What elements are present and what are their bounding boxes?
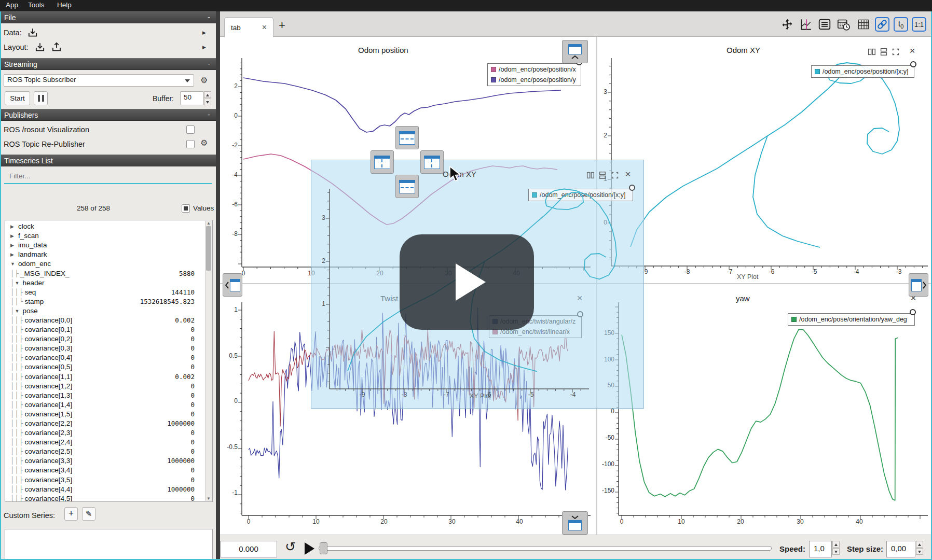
split-vertical-icon[interactable]	[879, 47, 889, 57]
tree-expand-icon[interactable]: ▶	[10, 222, 17, 231]
data-expand-arrow-icon[interactable]: ▶	[202, 30, 206, 35]
dock-edge-top[interactable]	[562, 40, 588, 63]
buffer-spinbox[interactable]: 50	[180, 91, 204, 105]
scrollbar-thumb[interactable]	[206, 226, 211, 271]
tree-item-covariance[1,1][interactable]: ││├covariance[1,1]0.002	[5, 372, 212, 382]
split-horizontal-icon[interactable]	[867, 47, 877, 57]
dock-edge-right[interactable]	[909, 273, 928, 297]
tree-item-covariance[0,5][interactable]: ││├covariance[0,5]0	[5, 362, 212, 372]
collapse-icon[interactable]: -	[208, 11, 210, 23]
section-header-file[interactable]: File -	[0, 11, 216, 23]
tree-item-covariance[0,1][interactable]: ││├covariance[0,1]0	[5, 325, 212, 334]
step-size-spinbox[interactable]: 0,00	[886, 541, 915, 557]
tree-expand-icon[interactable]: ▼	[15, 278, 22, 288]
video-play-button[interactable]	[400, 234, 534, 330]
edit-custom-series-button[interactable]: ✎	[82, 507, 95, 521]
menu-help[interactable]: Help	[57, 1, 72, 9]
tree-item-covariance[4,5][interactable]: ││├covariance[4,5]0	[5, 494, 212, 502]
tree-item-covariance[1,3][interactable]: ││├covariance[1,3]0	[5, 391, 212, 400]
scroll-up-icon[interactable]: ▲	[207, 221, 211, 226]
play-icon[interactable]	[305, 542, 314, 555]
tree-item-covariance[3,4][interactable]: ││├covariance[3,4]0	[5, 466, 212, 475]
tree-item-header[interactable]: │▼header	[5, 278, 212, 288]
spin-up-icon[interactable]	[832, 541, 840, 548]
tree-item-odom_enc[interactable]: ▼odom_enc	[5, 259, 212, 269]
start-button[interactable]: Start	[5, 91, 30, 105]
legend-entry[interactable]: /odom_enc/pose/position/y	[491, 75, 578, 85]
tree-expand-icon[interactable]: ▼	[15, 306, 22, 316]
tree-item-f_scan[interactable]: ▶f_scan	[5, 231, 212, 241]
collapse-icon[interactable]: -	[208, 109, 210, 120]
section-header-streaming[interactable]: Streaming -	[0, 58, 216, 70]
current-time-field[interactable]: 0.000	[220, 541, 277, 557]
legend-odom-xy[interactable]: /odom_enc/pose/position/[x;y]	[811, 65, 914, 78]
tree-item-covariance[3,3][interactable]: ││├covariance[3,3]1000000	[5, 456, 212, 466]
legend-yaw[interactable]: /odom_enc/pose/orientation/yaw_deg	[788, 313, 915, 326]
data-load-icon[interactable]	[27, 27, 38, 38]
tree-item-stamp[interactable]: ││└stamp1532618545.823	[5, 297, 212, 306]
streaming-source-select[interactable]: ROS Topic Subscriber	[4, 74, 194, 87]
dock-edge-bottom[interactable]	[562, 511, 588, 535]
dock-target-right[interactable]	[420, 150, 444, 174]
layout-load-icon[interactable]	[34, 41, 46, 53]
tree-item-covariance[3,5][interactable]: ││├covariance[3,5]0	[5, 475, 212, 485]
buffer-spin-arrows[interactable]	[204, 91, 211, 105]
republisher-checkbox[interactable]	[186, 140, 195, 148]
rosout-checkbox[interactable]	[186, 125, 195, 134]
tree-item-imu_data[interactable]: ▶imu_data	[5, 241, 212, 250]
tree-expand-icon[interactable]: ▼	[10, 259, 17, 269]
layout-save-icon[interactable]	[51, 41, 62, 53]
loop-icon[interactable]: ↺	[285, 539, 296, 554]
legend-entry[interactable]: /odom_enc/pose/position/[x;y]	[815, 66, 911, 77]
collapse-icon[interactable]: -	[208, 58, 210, 69]
tree-item-covariance[1,2][interactable]: ││├covariance[1,2]0	[5, 382, 212, 391]
tree-item-covariance[2,3][interactable]: ││├covariance[2,3]0	[5, 428, 212, 438]
close-plot-icon[interactable]: ×	[907, 46, 917, 56]
tree-item-seq[interactable]: ││├seq144110	[5, 288, 212, 297]
tree-item-landmark[interactable]: ▶landmark	[5, 250, 212, 259]
legend-handle[interactable]	[910, 309, 916, 315]
legend-handle[interactable]	[910, 61, 916, 67]
panel-splitter[interactable]	[216, 11, 220, 560]
tree-expand-icon[interactable]: ▶	[10, 250, 17, 259]
values-checkbox[interactable]	[182, 204, 190, 213]
dock-target-top[interactable]	[395, 126, 419, 149]
speed-spin-arrows[interactable]	[832, 541, 840, 555]
step-spin-arrows[interactable]	[916, 541, 923, 555]
tree-item-covariance[1,5][interactable]: ││├covariance[1,5]0	[5, 410, 212, 419]
dock-target-left[interactable]	[371, 150, 394, 174]
tree-scrollbar[interactable]: ▲ ▼	[205, 221, 212, 501]
spin-up-icon[interactable]	[204, 91, 211, 98]
tree-item-covariance[2,4][interactable]: ││├covariance[2,4]0	[5, 438, 212, 447]
tree-expand-icon[interactable]: ▶	[10, 241, 17, 250]
tree-item-covariance[4,4][interactable]: ││├covariance[4,4]1000000	[5, 485, 212, 494]
menu-tools[interactable]: Tools	[28, 1, 45, 9]
republisher-gear-icon[interactable]: ⚙	[200, 138, 212, 149]
spin-down-icon[interactable]	[204, 99, 211, 105]
fullscreen-icon[interactable]	[890, 47, 901, 57]
tree-item-covariance[1,4][interactable]: ││├covariance[1,4]0	[5, 400, 212, 410]
tree-item-covariance[2,5][interactable]: ││├covariance[2,5]0	[5, 447, 212, 456]
dock-edge-left[interactable]	[223, 273, 242, 297]
add-custom-series-button[interactable]: +	[64, 507, 78, 521]
tree-item-covariance[0,3][interactable]: ││├covariance[0,3]0	[5, 344, 212, 353]
section-header-timeseries[interactable]: Timeseries List	[0, 155, 216, 166]
scroll-down-icon[interactable]: ▼	[207, 496, 211, 501]
spin-up-icon[interactable]	[916, 541, 923, 548]
tree-expand-icon[interactable]: ▶	[10, 231, 17, 241]
layout-expand-arrow-icon[interactable]: ▶	[202, 45, 206, 50]
legend-entry[interactable]: /odom_enc/pose/orientation/yaw_deg	[791, 314, 911, 325]
timeseries-tree[interactable]: ▶clock▶f_scan▶imu_data▶landmark▼odom_enc…	[5, 220, 213, 502]
tree-item-covariance[0,0][interactable]: ││├covariance[0,0]0.002	[5, 316, 212, 325]
timeline-slider[interactable]	[319, 546, 772, 551]
menu-app[interactable]: App	[6, 1, 18, 9]
pause-button[interactable]	[34, 91, 48, 105]
tree-item-_MSG_INDEX_[interactable]: │├_MSG_INDEX_5880	[5, 269, 212, 278]
tree-item-clock[interactable]: ▶clock	[5, 222, 212, 231]
section-header-publishers[interactable]: Publishers -	[0, 109, 216, 121]
spin-down-icon[interactable]	[916, 548, 923, 555]
spin-down-icon[interactable]	[832, 548, 840, 555]
custom-series-list[interactable]	[5, 529, 213, 560]
tree-item-covariance[0,4][interactable]: ││├covariance[0,4]0	[5, 353, 212, 362]
filter-input[interactable]	[9, 170, 201, 181]
